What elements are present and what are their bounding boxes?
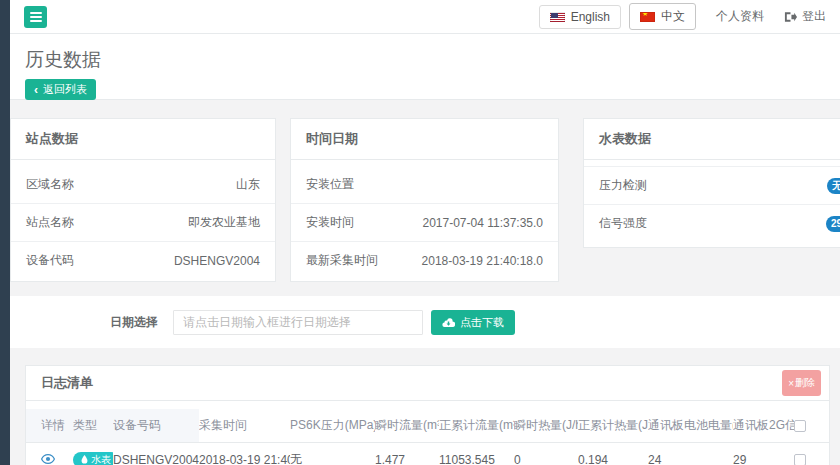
logout-label: 登出 [802,8,826,25]
water-drop-icon [81,455,88,464]
logout-icon [784,11,797,23]
hamburger-menu-button[interactable] [24,6,47,28]
row-label: 最新采集时间 [306,252,378,269]
select-all-checkbox[interactable] [794,420,806,432]
cell-battery: 24 [648,443,733,465]
log-list-card: 日志清单 × 删除 详情 类型 [25,365,830,465]
profile-label: 个人资料 [716,8,764,25]
row-pressure-detect: 压力检测 无 [584,166,840,204]
content-area: 站点数据 区域名称 山东 站点名称 即发农业基地 设备代码 DSHENGV200… [10,100,840,465]
cell-collect-time: 2018-03-19 21:40:18 [199,443,290,465]
row-checkbox[interactable] [794,454,806,465]
row-latest-collect-time: 最新采集时间 2018-03-19 21:40:18.0 [291,241,558,279]
eye-icon [41,454,55,464]
table-row: 水表 DSHENGV2004 2018-03-19 21:40:18 无 1.4… [26,443,829,465]
cell-device-number: DSHENGV2004 [113,443,199,465]
col-type: 类型 [73,409,113,443]
date-select-label: 日期选择 [110,314,158,331]
log-list-header: 日志清单 × 删除 [26,366,829,401]
row-label: 安装位置 [306,176,354,193]
col-total-flow: 正累计流量(m³) [439,409,514,443]
row-label: 信号强度 [599,215,647,232]
page-heading: 历史数据 ‹ 返回列表 [10,34,840,100]
download-button[interactable]: 点击下载 [431,310,515,335]
delete-label: 删除 [795,376,815,390]
card-site-data: 站点数据 区域名称 山东 站点名称 即发农业基地 设备代码 DSHENGV200… [10,118,276,282]
cell-2g-signal: 29 [733,443,794,465]
type-label: 水表 [91,455,111,465]
collapsed-sidebar [0,0,10,465]
col-2g-signal: 通讯板2G信号 [733,409,794,443]
card-time-date-title: 时间日期 [291,119,558,160]
col-detail: 详情 [26,409,73,443]
row-device-code: 设备代码 DSHENGV2004 [11,241,275,279]
signal-badge: 29 [826,216,840,232]
card-water-meter-data: 水表数据 压力检测 无 信号强度 29 [583,118,840,248]
download-label: 点击下载 [460,315,504,330]
language-chinese-label: 中文 [661,8,685,25]
row-value: 即发农业基地 [188,214,260,231]
card-water-meter-title: 水表数据 [584,119,840,160]
col-instant-flow: 瞬时流量(m³/h) [375,409,439,443]
table-header-row: 详情 类型 设备号码 采集时间 PS6K压力(MPa) 瞬时流量(m³/h) 正… [26,409,829,443]
cell-total-heat: 0.194 [578,443,648,465]
row-value: 2018-03-19 21:40:18.0 [422,254,543,268]
row-value: DSHENGV2004 [174,254,260,268]
language-chinese-button[interactable]: 中文 [629,3,696,30]
log-table: 详情 类型 设备号码 采集时间 PS6K压力(MPa) 瞬时流量(m³/h) 正… [26,401,829,465]
row-install-location: 安装位置 [291,166,558,203]
col-ps6k-pressure: PS6K压力(MPa) [290,409,375,443]
row-region-name: 区域名称 山东 [11,166,275,203]
row-install-time: 安装时间 2017-07-04 11:37:35.0 [291,203,558,241]
topbar-right: English 中文 个人资料 登出 [539,3,826,30]
page-title: 历史数据 [25,47,825,73]
cell-ps6k-pressure: 无 [290,443,375,465]
us-flag-icon [550,12,565,22]
col-device-number: 设备号码 [113,409,199,443]
col-battery: 通讯板电池电量(v) [648,409,733,443]
card-site-data-title: 站点数据 [11,119,275,160]
topbar: English 中文 个人资料 登出 [10,0,840,34]
profile-link[interactable]: 个人资料 [716,8,764,25]
delete-button[interactable]: × 删除 [782,370,821,396]
row-value: 2017-07-04 11:37:35.0 [422,216,543,230]
row-label: 压力检测 [599,177,647,194]
row-signal-strength: 信号强度 29 [584,204,840,242]
page: English 中文 个人资料 登出 历史数据 ‹ 返回列表 [0,0,840,465]
col-select-all [794,409,829,443]
language-english-label: English [571,10,610,24]
log-list-title: 日志清单 [41,374,93,392]
back-to-list-label: 返回列表 [43,82,87,97]
date-select-panel: 日期选择 点击下载 [10,296,840,348]
card-time-date: 时间日期 安装位置 安装时间 2017-07-04 11:37:35.0 最新采… [290,118,559,282]
pressure-badge: 无 [827,178,840,194]
row-label: 站点名称 [26,214,74,231]
cn-flag-icon [640,12,655,22]
row-label: 区域名称 [26,176,74,193]
date-range-input[interactable] [173,310,423,335]
close-icon: × [788,378,794,389]
row-value: 山东 [236,176,260,193]
chevron-left-icon: ‹ [34,84,38,96]
cell-total-flow: 11053.545 [439,443,514,465]
row-label: 设备代码 [26,252,74,269]
row-station-name: 站点名称 即发农业基地 [11,203,275,241]
type-badge: 水表 [73,452,113,465]
logout-link[interactable]: 登出 [784,8,826,25]
language-english-button[interactable]: English [539,5,621,29]
hamburger-icon [30,12,42,14]
view-detail-button[interactable] [41,454,55,464]
cloud-download-icon [442,317,455,328]
cell-instant-flow: 1.477 [375,443,439,465]
row-label: 安装时间 [306,214,354,231]
cell-instant-heat: 0 [514,443,578,465]
col-total-heat: 正累计热量(J) [578,409,648,443]
col-instant-heat: 瞬时热量(J/h) [514,409,578,443]
back-to-list-button[interactable]: ‹ 返回列表 [25,79,96,100]
col-collect-time: 采集时间 [199,409,290,443]
